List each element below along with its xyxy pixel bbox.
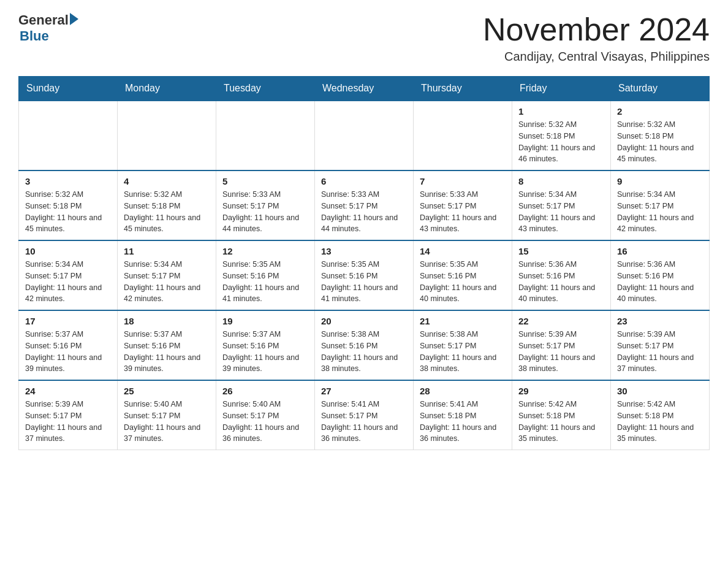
day-info: Sunrise: 5:33 AMSunset: 5:17 PMDaylight:… xyxy=(420,189,506,235)
day-info: Sunrise: 5:38 AMSunset: 5:16 PMDaylight:… xyxy=(321,329,407,375)
calendar-cell: 2Sunrise: 5:32 AMSunset: 5:18 PMDaylight… xyxy=(611,101,710,170)
day-number: 3 xyxy=(25,176,111,186)
calendar-cell: 1Sunrise: 5:32 AMSunset: 5:18 PMDaylight… xyxy=(512,101,611,170)
day-info: Sunrise: 5:35 AMSunset: 5:16 PMDaylight:… xyxy=(420,259,506,305)
day-number: 10 xyxy=(25,246,111,256)
calendar-cell: 23Sunrise: 5:39 AMSunset: 5:17 PMDayligh… xyxy=(611,310,710,380)
day-info: Sunrise: 5:34 AMSunset: 5:17 PMDaylight:… xyxy=(124,259,210,305)
day-number: 4 xyxy=(124,176,210,186)
calendar-cell: 4Sunrise: 5:32 AMSunset: 5:18 PMDaylight… xyxy=(118,170,216,240)
day-number: 14 xyxy=(420,246,506,256)
calendar-cell: 26Sunrise: 5:40 AMSunset: 5:17 PMDayligh… xyxy=(216,380,315,450)
day-info: Sunrise: 5:32 AMSunset: 5:18 PMDaylight:… xyxy=(518,119,604,165)
location-text: Candijay, Central Visayas, Philippines xyxy=(483,50,710,64)
day-number: 28 xyxy=(420,386,506,396)
calendar-cell: 7Sunrise: 5:33 AMSunset: 5:17 PMDaylight… xyxy=(414,170,512,240)
day-number: 8 xyxy=(518,176,604,186)
day-info: Sunrise: 5:34 AMSunset: 5:17 PMDaylight:… xyxy=(25,259,111,305)
day-info: Sunrise: 5:37 AMSunset: 5:16 PMDaylight:… xyxy=(222,329,308,375)
day-number: 21 xyxy=(420,316,506,326)
day-info: Sunrise: 5:42 AMSunset: 5:18 PMDaylight:… xyxy=(617,399,703,445)
calendar-table: SundayMondayTuesdayWednesdayThursdayFrid… xyxy=(18,76,710,450)
calendar-cell: 5Sunrise: 5:33 AMSunset: 5:17 PMDaylight… xyxy=(216,170,315,240)
calendar-cell: 19Sunrise: 5:37 AMSunset: 5:16 PMDayligh… xyxy=(216,310,315,380)
day-number: 12 xyxy=(222,246,308,256)
day-number: 5 xyxy=(222,176,308,186)
day-number: 7 xyxy=(420,176,506,186)
weekday-header-monday: Monday xyxy=(118,77,216,101)
day-info: Sunrise: 5:40 AMSunset: 5:17 PMDaylight:… xyxy=(222,399,308,445)
calendar-cell: 22Sunrise: 5:39 AMSunset: 5:17 PMDayligh… xyxy=(512,310,611,380)
calendar-cell: 3Sunrise: 5:32 AMSunset: 5:18 PMDaylight… xyxy=(19,170,118,240)
day-number: 30 xyxy=(617,386,703,396)
calendar-cell: 29Sunrise: 5:42 AMSunset: 5:18 PMDayligh… xyxy=(512,380,611,450)
day-number: 11 xyxy=(124,246,210,256)
weekday-header-saturday: Saturday xyxy=(611,77,710,101)
day-number: 27 xyxy=(321,386,407,396)
calendar-week-row: 24Sunrise: 5:39 AMSunset: 5:17 PMDayligh… xyxy=(19,380,710,450)
calendar-cell: 30Sunrise: 5:42 AMSunset: 5:18 PMDayligh… xyxy=(611,380,710,450)
calendar-week-row: 17Sunrise: 5:37 AMSunset: 5:16 PMDayligh… xyxy=(19,310,710,380)
day-info: Sunrise: 5:35 AMSunset: 5:16 PMDaylight:… xyxy=(222,259,308,305)
day-number: 17 xyxy=(25,316,111,326)
day-info: Sunrise: 5:42 AMSunset: 5:18 PMDaylight:… xyxy=(518,399,604,445)
title-section: November 2024 Candijay, Central Visayas,… xyxy=(483,12,710,64)
weekday-header-thursday: Thursday xyxy=(414,77,512,101)
day-number: 19 xyxy=(222,316,308,326)
calendar-cell xyxy=(414,101,512,170)
calendar-cell: 8Sunrise: 5:34 AMSunset: 5:17 PMDaylight… xyxy=(512,170,611,240)
calendar-cell xyxy=(118,101,216,170)
day-number: 18 xyxy=(124,316,210,326)
calendar-cell: 17Sunrise: 5:37 AMSunset: 5:16 PMDayligh… xyxy=(19,310,118,380)
month-title: November 2024 xyxy=(483,12,710,47)
logo-arrow-icon xyxy=(70,13,78,25)
weekday-header-friday: Friday xyxy=(512,77,611,101)
calendar-week-row: 1Sunrise: 5:32 AMSunset: 5:18 PMDaylight… xyxy=(19,101,710,170)
day-info: Sunrise: 5:37 AMSunset: 5:16 PMDaylight:… xyxy=(124,329,210,375)
calendar-cell: 11Sunrise: 5:34 AMSunset: 5:17 PMDayligh… xyxy=(118,240,216,310)
calendar-cell: 28Sunrise: 5:41 AMSunset: 5:18 PMDayligh… xyxy=(414,380,512,450)
day-info: Sunrise: 5:32 AMSunset: 5:18 PMDaylight:… xyxy=(124,189,210,235)
weekday-header-tuesday: Tuesday xyxy=(216,77,315,101)
day-info: Sunrise: 5:32 AMSunset: 5:18 PMDaylight:… xyxy=(25,189,111,235)
day-number: 6 xyxy=(321,176,407,186)
page-header: General Blue November 2024 Candijay, Cen… xyxy=(18,12,710,64)
day-number: 22 xyxy=(518,316,604,326)
calendar-cell: 9Sunrise: 5:34 AMSunset: 5:17 PMDaylight… xyxy=(611,170,710,240)
day-info: Sunrise: 5:34 AMSunset: 5:17 PMDaylight:… xyxy=(518,189,604,235)
calendar-cell: 10Sunrise: 5:34 AMSunset: 5:17 PMDayligh… xyxy=(19,240,118,310)
day-info: Sunrise: 5:39 AMSunset: 5:17 PMDaylight:… xyxy=(617,329,703,375)
logo: General Blue xyxy=(18,12,78,44)
calendar-cell xyxy=(19,101,118,170)
day-info: Sunrise: 5:35 AMSunset: 5:16 PMDaylight:… xyxy=(321,259,407,305)
day-number: 1 xyxy=(518,106,604,117)
calendar-cell: 12Sunrise: 5:35 AMSunset: 5:16 PMDayligh… xyxy=(216,240,315,310)
day-info: Sunrise: 5:32 AMSunset: 5:18 PMDaylight:… xyxy=(617,119,703,165)
calendar-cell: 16Sunrise: 5:36 AMSunset: 5:16 PMDayligh… xyxy=(611,240,710,310)
logo-general-text: General xyxy=(18,12,69,28)
day-number: 9 xyxy=(617,176,703,186)
day-number: 25 xyxy=(124,386,210,396)
day-info: Sunrise: 5:36 AMSunset: 5:16 PMDaylight:… xyxy=(617,259,703,305)
calendar-week-row: 10Sunrise: 5:34 AMSunset: 5:17 PMDayligh… xyxy=(19,240,710,310)
calendar-cell: 14Sunrise: 5:35 AMSunset: 5:16 PMDayligh… xyxy=(414,240,512,310)
day-number: 23 xyxy=(617,316,703,326)
calendar-week-row: 3Sunrise: 5:32 AMSunset: 5:18 PMDaylight… xyxy=(19,170,710,240)
day-info: Sunrise: 5:38 AMSunset: 5:17 PMDaylight:… xyxy=(420,329,506,375)
day-info: Sunrise: 5:39 AMSunset: 5:17 PMDaylight:… xyxy=(25,399,111,445)
day-number: 2 xyxy=(617,106,703,117)
calendar-cell: 21Sunrise: 5:38 AMSunset: 5:17 PMDayligh… xyxy=(414,310,512,380)
day-number: 26 xyxy=(222,386,308,396)
day-info: Sunrise: 5:40 AMSunset: 5:17 PMDaylight:… xyxy=(124,399,210,445)
day-number: 20 xyxy=(321,316,407,326)
day-info: Sunrise: 5:41 AMSunset: 5:17 PMDaylight:… xyxy=(321,399,407,445)
calendar-cell: 24Sunrise: 5:39 AMSunset: 5:17 PMDayligh… xyxy=(19,380,118,450)
day-info: Sunrise: 5:34 AMSunset: 5:17 PMDaylight:… xyxy=(617,189,703,235)
calendar-cell: 20Sunrise: 5:38 AMSunset: 5:16 PMDayligh… xyxy=(315,310,414,380)
weekday-header-sunday: Sunday xyxy=(19,77,118,101)
calendar-cell xyxy=(315,101,414,170)
weekday-header-row: SundayMondayTuesdayWednesdayThursdayFrid… xyxy=(19,77,710,101)
calendar-cell: 18Sunrise: 5:37 AMSunset: 5:16 PMDayligh… xyxy=(118,310,216,380)
day-number: 15 xyxy=(518,246,604,256)
day-number: 29 xyxy=(518,386,604,396)
